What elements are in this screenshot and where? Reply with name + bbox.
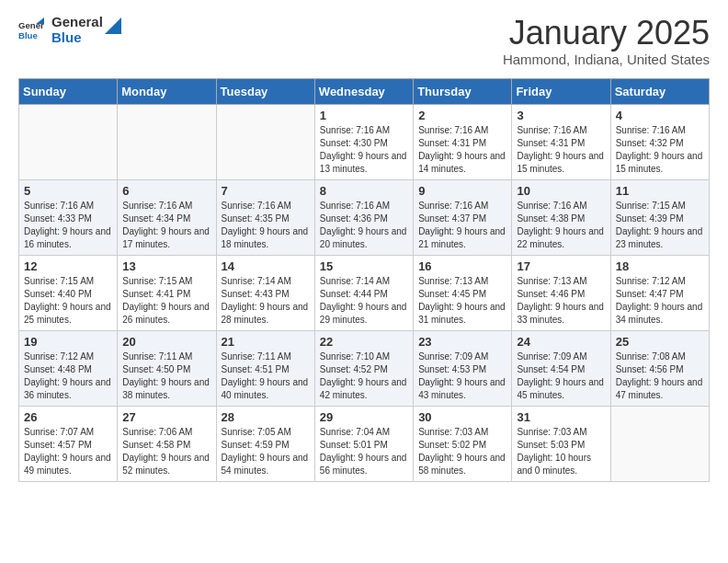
day-of-week-header: Saturday	[610, 78, 709, 104]
day-number: 9	[418, 184, 506, 198]
day-number: 17	[517, 259, 605, 273]
day-info: Sunrise: 7:12 AMSunset: 4:48 PMDaylight:…	[24, 350, 112, 402]
day-number: 27	[122, 410, 210, 424]
calendar-week-row: 26Sunrise: 7:07 AMSunset: 4:57 PMDayligh…	[19, 406, 710, 481]
page: General Blue General Blue January 2025 H…	[0, 0, 728, 497]
calendar-cell: 21Sunrise: 7:11 AMSunset: 4:51 PMDayligh…	[216, 330, 314, 406]
calendar-cell: 28Sunrise: 7:05 AMSunset: 4:59 PMDayligh…	[216, 406, 314, 481]
day-number: 29	[320, 410, 408, 424]
day-info: Sunrise: 7:10 AMSunset: 4:52 PMDaylight:…	[320, 350, 408, 402]
day-number: 20	[122, 335, 210, 349]
day-info: Sunrise: 7:16 AMSunset: 4:38 PMDaylight:…	[517, 200, 605, 251]
calendar-cell: 13Sunrise: 7:15 AMSunset: 4:41 PMDayligh…	[118, 255, 216, 330]
header: General Blue General Blue January 2025 H…	[18, 15, 710, 67]
day-info: Sunrise: 7:16 AMSunset: 4:35 PMDaylight:…	[222, 200, 310, 251]
calendar-cell: 15Sunrise: 7:14 AMSunset: 4:44 PMDayligh…	[314, 255, 413, 330]
day-number: 1	[320, 109, 408, 122]
day-info: Sunrise: 7:16 AMSunset: 4:30 PMDaylight:…	[320, 124, 408, 176]
calendar-cell: 6Sunrise: 7:16 AMSunset: 4:34 PMDaylight…	[118, 179, 216, 255]
calendar-cell: 17Sunrise: 7:13 AMSunset: 4:46 PMDayligh…	[512, 255, 610, 330]
calendar-cell: 3Sunrise: 7:16 AMSunset: 4:31 PMDaylight…	[512, 104, 610, 179]
calendar-cell: 16Sunrise: 7:13 AMSunset: 4:45 PMDayligh…	[414, 255, 512, 330]
calendar-cell: 20Sunrise: 7:11 AMSunset: 4:50 PMDayligh…	[118, 330, 216, 406]
day-info: Sunrise: 7:05 AMSunset: 4:59 PMDaylight:…	[222, 426, 310, 477]
calendar-cell	[216, 104, 314, 179]
day-number: 2	[418, 109, 506, 122]
calendar-week-row: 5Sunrise: 7:16 AMSunset: 4:33 PMDaylight…	[19, 179, 710, 255]
day-info: Sunrise: 7:09 AMSunset: 4:54 PMDaylight:…	[517, 350, 605, 402]
day-number: 14	[222, 259, 310, 273]
day-info: Sunrise: 7:14 AMSunset: 4:43 PMDaylight:…	[222, 275, 310, 327]
calendar-cell: 18Sunrise: 7:12 AMSunset: 4:47 PMDayligh…	[610, 255, 709, 330]
day-info: Sunrise: 7:06 AMSunset: 4:58 PMDaylight:…	[122, 426, 210, 477]
calendar-cell: 4Sunrise: 7:16 AMSunset: 4:32 PMDaylight…	[610, 104, 709, 179]
day-number: 7	[222, 184, 310, 198]
calendar: SundayMondayTuesdayWednesdayThursdayFrid…	[18, 78, 710, 482]
day-info: Sunrise: 7:16 AMSunset: 4:32 PMDaylight:…	[616, 124, 704, 176]
calendar-cell: 8Sunrise: 7:16 AMSunset: 4:36 PMDaylight…	[314, 179, 413, 255]
day-number: 28	[222, 410, 310, 424]
day-number: 6	[122, 184, 210, 198]
day-info: Sunrise: 7:15 AMSunset: 4:39 PMDaylight:…	[616, 200, 704, 251]
day-info: Sunrise: 7:12 AMSunset: 4:47 PMDaylight:…	[616, 275, 704, 327]
day-number: 12	[24, 259, 112, 273]
calendar-cell	[118, 104, 216, 179]
calendar-cell	[19, 104, 118, 179]
month-title: January 2025	[503, 15, 710, 52]
day-of-week-header: Thursday	[414, 78, 512, 104]
day-info: Sunrise: 7:09 AMSunset: 4:53 PMDaylight:…	[418, 350, 506, 402]
calendar-cell: 24Sunrise: 7:09 AMSunset: 4:54 PMDayligh…	[512, 330, 610, 406]
day-number: 13	[122, 259, 210, 273]
day-of-week-header: Friday	[512, 78, 610, 104]
day-info: Sunrise: 7:14 AMSunset: 4:44 PMDaylight:…	[320, 275, 408, 327]
calendar-cell: 2Sunrise: 7:16 AMSunset: 4:31 PMDaylight…	[414, 104, 512, 179]
calendar-cell: 19Sunrise: 7:12 AMSunset: 4:48 PMDayligh…	[19, 330, 118, 406]
day-info: Sunrise: 7:16 AMSunset: 4:33 PMDaylight:…	[24, 200, 112, 251]
title-block: January 2025 Hammond, Indiana, United St…	[503, 15, 710, 67]
logo-arrow-icon	[105, 17, 121, 34]
day-info: Sunrise: 7:04 AMSunset: 5:01 PMDaylight:…	[320, 426, 408, 477]
day-info: Sunrise: 7:11 AMSunset: 4:51 PMDaylight:…	[222, 350, 310, 402]
calendar-cell: 5Sunrise: 7:16 AMSunset: 4:33 PMDaylight…	[19, 179, 118, 255]
calendar-cell: 23Sunrise: 7:09 AMSunset: 4:53 PMDayligh…	[414, 330, 512, 406]
day-of-week-header: Tuesday	[216, 78, 314, 104]
calendar-cell: 12Sunrise: 7:15 AMSunset: 4:40 PMDayligh…	[19, 255, 118, 330]
logo: General Blue General Blue	[18, 15, 121, 45]
calendar-cell: 27Sunrise: 7:06 AMSunset: 4:58 PMDayligh…	[118, 406, 216, 481]
day-number: 10	[517, 184, 605, 198]
calendar-week-row: 1Sunrise: 7:16 AMSunset: 4:30 PMDaylight…	[19, 104, 710, 179]
day-info: Sunrise: 7:13 AMSunset: 4:46 PMDaylight:…	[517, 275, 605, 327]
logo-general-text: General	[51, 15, 103, 30]
calendar-cell: 10Sunrise: 7:16 AMSunset: 4:38 PMDayligh…	[512, 179, 610, 255]
calendar-cell: 22Sunrise: 7:10 AMSunset: 4:52 PMDayligh…	[314, 330, 413, 406]
day-number: 19	[24, 335, 112, 349]
day-number: 5	[24, 184, 112, 198]
day-info: Sunrise: 7:16 AMSunset: 4:36 PMDaylight:…	[320, 200, 408, 251]
location: Hammond, Indiana, United States	[503, 52, 710, 67]
calendar-header-row: SundayMondayTuesdayWednesdayThursdayFrid…	[19, 78, 710, 104]
day-info: Sunrise: 7:13 AMSunset: 4:45 PMDaylight:…	[418, 275, 506, 327]
calendar-cell: 31Sunrise: 7:03 AMSunset: 5:03 PMDayligh…	[512, 406, 610, 481]
day-number: 18	[616, 259, 704, 273]
day-of-week-header: Wednesday	[314, 78, 413, 104]
calendar-cell: 11Sunrise: 7:15 AMSunset: 4:39 PMDayligh…	[610, 179, 709, 255]
calendar-cell: 29Sunrise: 7:04 AMSunset: 5:01 PMDayligh…	[314, 406, 413, 481]
svg-text:Blue: Blue	[18, 29, 38, 40]
calendar-week-row: 12Sunrise: 7:15 AMSunset: 4:40 PMDayligh…	[19, 255, 710, 330]
calendar-cell: 25Sunrise: 7:08 AMSunset: 4:56 PMDayligh…	[610, 330, 709, 406]
calendar-cell: 7Sunrise: 7:16 AMSunset: 4:35 PMDaylight…	[216, 179, 314, 255]
logo-icon: General Blue	[18, 17, 44, 43]
logo-blue-text: Blue	[51, 30, 103, 46]
day-number: 4	[616, 109, 704, 122]
day-info: Sunrise: 7:15 AMSunset: 4:41 PMDaylight:…	[122, 275, 210, 327]
day-info: Sunrise: 7:03 AMSunset: 5:02 PMDaylight:…	[418, 426, 506, 477]
day-info: Sunrise: 7:16 AMSunset: 4:31 PMDaylight:…	[517, 124, 605, 176]
day-info: Sunrise: 7:03 AMSunset: 5:03 PMDaylight:…	[517, 426, 605, 477]
day-number: 16	[418, 259, 506, 273]
svg-marker-3	[105, 17, 121, 34]
day-info: Sunrise: 7:16 AMSunset: 4:34 PMDaylight:…	[122, 200, 210, 251]
day-number: 15	[320, 259, 408, 273]
day-info: Sunrise: 7:11 AMSunset: 4:50 PMDaylight:…	[122, 350, 210, 402]
calendar-cell: 30Sunrise: 7:03 AMSunset: 5:02 PMDayligh…	[414, 406, 512, 481]
day-number: 11	[616, 184, 704, 198]
